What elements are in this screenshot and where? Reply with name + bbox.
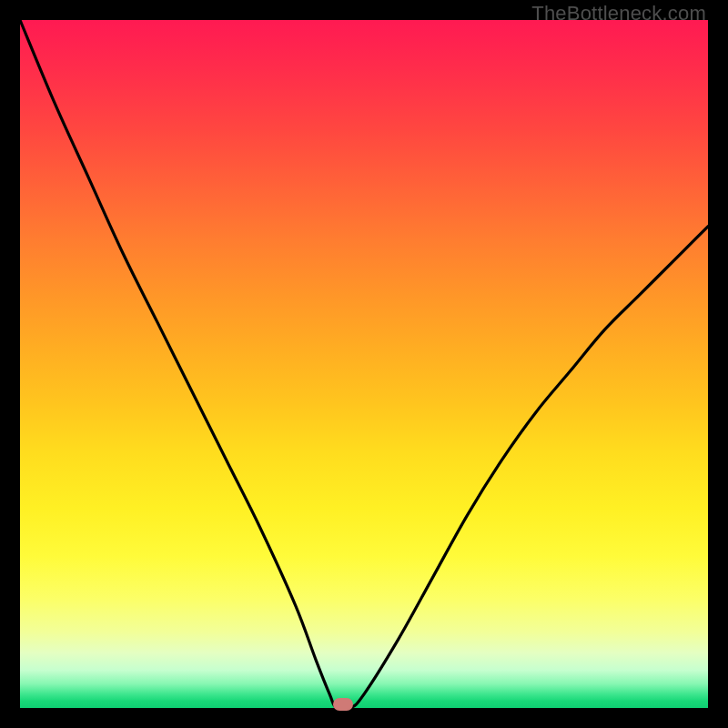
- curve-svg: [20, 20, 708, 708]
- optimum-marker: [333, 698, 353, 711]
- plot-area: [20, 20, 708, 708]
- bottleneck-curve: [20, 20, 708, 710]
- chart-container: TheBottleneck.com: [0, 0, 728, 728]
- watermark-text: TheBottleneck.com: [531, 2, 706, 25]
